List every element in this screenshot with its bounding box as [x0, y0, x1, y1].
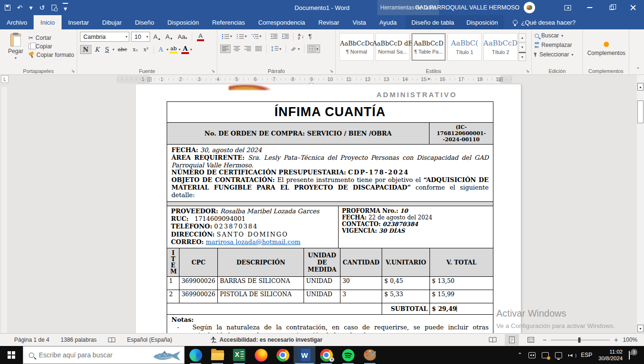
close-button[interactable] [622, 0, 644, 15]
align-right-button[interactable] [243, 45, 252, 53]
tray-tablet-icon[interactable] [528, 352, 536, 358]
chevron-down-icon[interactable]: ▾ [144, 35, 148, 39]
taskbar-app-firefox[interactable] [250, 346, 272, 364]
select-button[interactable]: Seleccionar▾ [535, 51, 581, 58]
bullets-button[interactable]: ▾ [220, 33, 233, 40]
chevron-down-icon[interactable]: ▾ [179, 47, 180, 52]
web-layout-button[interactable] [524, 334, 538, 346]
justify-button[interactable] [254, 45, 263, 53]
align-center-button[interactable] [232, 45, 242, 53]
zoom-in-button[interactable]: + [614, 336, 618, 344]
styles-scroll-down-icon[interactable]: ▼ [519, 43, 526, 52]
administrativo-heading[interactable]: ADMINISTRATIVO [376, 91, 457, 99]
tray-update-icon[interactable] [542, 352, 549, 358]
chevron-down-icon[interactable]: ▾ [123, 35, 127, 39]
ribbon-display-options-button[interactable] [557, 0, 579, 15]
replace-button[interactable]: abacReemplazar [535, 41, 581, 49]
item-row[interactable]: 1369900026BARRAS DE SILICONA UNIDAD30$ 0… [167, 276, 493, 290]
avatar[interactable] [524, 2, 535, 13]
paste-dropdown-icon[interactable]: ▾ [15, 56, 17, 60]
font-dialog-launcher[interactable]: ⇘ [211, 69, 215, 73]
cut-button[interactable]: ✂Cortar [28, 35, 74, 41]
style-card[interactable]: AaBbCcD Título 2 [483, 33, 518, 61]
style-card[interactable]: AaBbCcD ¶ Table Pa... [411, 33, 446, 61]
ribbon-tab[interactable]: Referencias [206, 15, 251, 29]
borders-button[interactable]: ▾ [307, 45, 320, 53]
subscript-button[interactable]: x₂ [130, 46, 140, 53]
change-case-button[interactable]: Aa▾ [176, 33, 188, 41]
provider-proforma-row[interactable]: PROVEEDOR: Rosalba Maribel Lozada Garces… [167, 206, 493, 248]
scroll-up-button[interactable]: ▲ [637, 83, 644, 91]
bold-button[interactable]: N [80, 45, 91, 54]
items-table[interactable]: ITEM CPC DESCRIPCIÓN UNIDAD DE MEDIDA CA… [167, 248, 493, 315]
taskbar-app-spotify[interactable] [337, 346, 359, 364]
restore-button[interactable] [600, 0, 622, 15]
accessibility-status[interactable]: Accesibilidad: es necesario investigar [210, 337, 322, 343]
ribbon-tab[interactable]: Ayuda [373, 15, 403, 29]
taskbar-app-edge[interactable] [185, 346, 206, 364]
ribbon-tab[interactable]: Vista [346, 15, 373, 29]
ribbon-tab[interactable]: Disposición [161, 15, 205, 29]
decrease-indent-button[interactable] [269, 33, 279, 40]
ribbon-tab[interactable]: Revisar [312, 15, 346, 29]
page-indicator[interactable]: Página 1 de 4 [14, 337, 49, 343]
keyboard-language[interactable]: ESP [581, 352, 592, 358]
email-link[interactable]: marirosa lozada@hotmail.com [206, 238, 300, 246]
style-card[interactable]: AaBbC( Título 1 [447, 33, 482, 61]
minimize-button[interactable] [579, 0, 600, 15]
scroll-down-button[interactable]: ▼ [637, 325, 644, 332]
shading-button[interactable]: ▾ [289, 45, 301, 53]
ribbon-tab[interactable]: Diseño [128, 15, 161, 29]
underline-button[interactable]: S [103, 46, 112, 54]
align-left-button[interactable] [220, 45, 231, 53]
notification-center[interactable]: 3 [629, 351, 639, 359]
account-area[interactable]: GAD PARROQUIAL VALLE HERMOSO [415, 0, 535, 15]
sort-button[interactable]: AZ↓ [296, 32, 305, 41]
addins-button[interactable]: Complementos [587, 50, 626, 56]
print-layout-button[interactable] [505, 334, 519, 346]
numbering-button[interactable]: ▾ [235, 33, 248, 40]
proofing-icon[interactable] [108, 337, 116, 343]
vertical-ruler[interactable] [1, 87, 7, 334]
zoom-slider[interactable] [551, 340, 610, 340]
tray-network-icon[interactable] [555, 352, 562, 358]
order-info-block[interactable]: FECHA: 30, agosto del 2024 ÁREA REQUIREN… [167, 144, 493, 202]
increase-indent-button[interactable] [280, 33, 290, 40]
taskbar-app-file-explorer[interactable] [206, 346, 228, 364]
chevron-down-icon[interactable]: ▾ [190, 47, 192, 52]
style-card[interactable]: AaBbCcDc ¶ Normal [340, 33, 374, 61]
ribbon-tab[interactable]: Dibujar [96, 15, 128, 29]
contextual-tab[interactable]: Disposición [460, 15, 504, 29]
tray-chevron-icon[interactable]: ⌃ [518, 352, 522, 358]
purchase-order-document[interactable]: ÍNFIMA CUANTÍA No. DE ORDEN DE COMPRA: S… [167, 102, 493, 333]
provider-block[interactable]: PROVEEDOR: Rosalba Maribel Lozada Garces… [167, 206, 338, 248]
ribbon-tab[interactable]: Archivo [0, 15, 34, 29]
chevron-down-icon[interactable]: ▾ [167, 47, 169, 52]
copy-button[interactable]: Copiar [28, 43, 74, 50]
language-indicator[interactable]: Español (España) [127, 337, 172, 343]
read-mode-button[interactable] [486, 334, 500, 346]
taskbar-search[interactable] [23, 346, 185, 364]
taskbar-app-chrome[interactable] [272, 346, 294, 364]
show-marks-button[interactable]: ¶ [307, 32, 313, 41]
taskbar-app-chrome-profile[interactable] [315, 346, 337, 364]
collapse-ribbon-icon[interactable]: ⌃ [636, 66, 640, 73]
italic-button[interactable]: K [92, 46, 102, 54]
styles-more-icon[interactable]: ▼ [519, 52, 526, 61]
zoom-slider-thumb[interactable] [578, 337, 581, 343]
strikethrough-button[interactable]: abc [116, 46, 130, 53]
superscript-button[interactable]: x² [141, 46, 151, 53]
paragraph-dialog-launcher[interactable]: ⇘ [330, 69, 333, 73]
taskbar-app-excel[interactable] [228, 346, 250, 364]
taskbar-app-word[interactable]: W [294, 346, 315, 364]
tray-volume-icon[interactable] [568, 352, 575, 358]
proforma-block[interactable]: PROFORMA Nro.: 10 FECHA: 22 de agosto de… [338, 206, 493, 248]
paste-button[interactable]: Pegar ▾ [3, 32, 28, 67]
clipboard-dialog-launcher[interactable]: ⇘ [71, 69, 75, 73]
font-size-combo[interactable]: 10▾ [131, 32, 150, 42]
document-page[interactable]: ADMINISTRATIVO ÍNFIMA CUANTÍA No. DE ORD… [136, 84, 521, 333]
search-input[interactable] [39, 351, 141, 359]
clock[interactable]: 11:0230/8/2024 [599, 348, 623, 362]
grow-font-button[interactable]: A▲ [152, 33, 162, 41]
word-count[interactable]: 1386 palabras [61, 337, 97, 343]
